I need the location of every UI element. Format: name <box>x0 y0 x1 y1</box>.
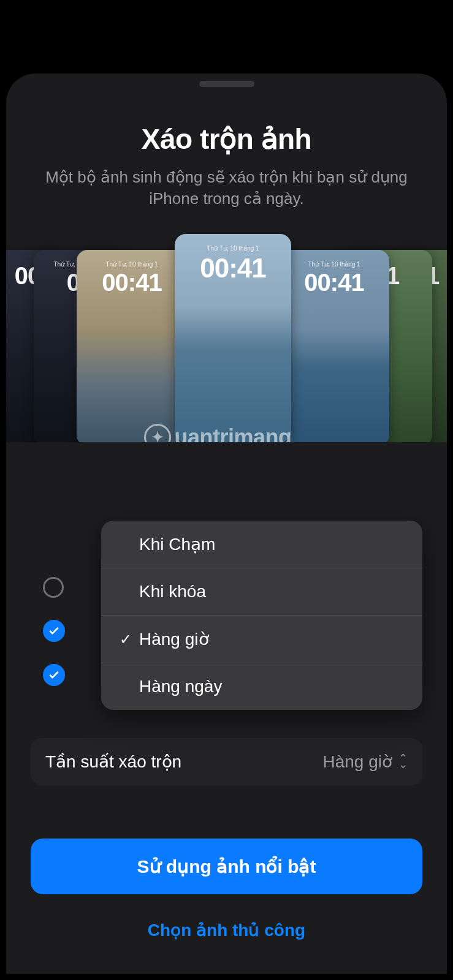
radio-checked-icon[interactable] <box>43 664 65 686</box>
unfold-icon: ⌃⌄ <box>398 756 408 768</box>
wallpaper-preview[interactable]: Thứ Tư, 10 tháng 1 00:41 <box>77 250 187 442</box>
photo-shuffle-sheet: Xáo trộn ảnh Một bộ ảnh sinh động sẽ xáo… <box>6 74 447 974</box>
frequency-value: Hàng giờ <box>322 752 392 772</box>
use-featured-photos-button[interactable]: Sử dụng ảnh nổi bật <box>31 839 422 894</box>
menu-item-label: Khi Chạm <box>139 534 215 554</box>
menu-item-on-lock[interactable]: Khi khóa <box>101 568 422 616</box>
button-label: Sử dụng ảnh nổi bật <box>137 856 316 876</box>
page-subtitle: Một bộ ảnh sinh động sẽ xáo trộn khi bạn… <box>6 156 447 209</box>
header: Xáo trộn ảnh Một bộ ảnh sinh động sẽ xáo… <box>6 74 447 209</box>
preview-time: 00:41 <box>304 269 364 296</box>
sheet-grabber[interactable] <box>199 81 254 87</box>
menu-item-label: Khi khóa <box>139 582 206 601</box>
frequency-value-wrapper: Hàng giờ ⌃⌄ <box>322 752 408 772</box>
menu-item-daily[interactable]: Hàng ngày <box>101 663 422 710</box>
wallpaper-preview[interactable]: Thứ Tư, 10 tháng 1 00:41 <box>279 250 389 442</box>
menu-item-label: Hàng ngày <box>139 677 222 696</box>
shuffle-frequency-row[interactable]: Tần suất xáo trộn Hàng giờ ⌃⌄ <box>31 738 422 785</box>
wallpaper-preview-center[interactable]: Thứ Tư, 10 tháng 1 00:41 <box>175 234 291 442</box>
radio-checked-icon[interactable] <box>43 620 65 642</box>
preview-time: 00:41 <box>102 269 161 296</box>
menu-item-label: Hàng giờ <box>139 629 209 649</box>
preview-time: 00:41 <box>200 253 266 284</box>
button-label: Chọn ảnh thủ công <box>148 921 305 940</box>
choose-manually-button[interactable]: Chọn ảnh thủ công <box>6 920 447 940</box>
page-title: Xáo trộn ảnh <box>6 123 447 156</box>
preview-date: Thứ Tư, 10 tháng 1 <box>207 245 259 252</box>
checkmark-icon: ✓ <box>117 631 134 648</box>
frequency-popup-menu: Khi Chạm Khi khóa ✓ Hàng giờ Hàng ngày <box>101 521 422 710</box>
menu-item-on-tap[interactable]: Khi Chạm <box>101 521 422 568</box>
wallpaper-carousel[interactable]: 00 Thứ Tư, 10 tháng 1 00 Thứ Tư, 10 thán… <box>6 234 447 442</box>
preview-date: Thứ Tư, 10 tháng 1 <box>308 261 360 268</box>
menu-item-hourly[interactable]: ✓ Hàng giờ <box>101 616 422 663</box>
frequency-label: Tần suất xáo trộn <box>45 752 181 772</box>
radio-unchecked-icon[interactable] <box>43 577 64 598</box>
preview-date: Thứ Tư, 10 tháng 1 <box>105 261 158 268</box>
